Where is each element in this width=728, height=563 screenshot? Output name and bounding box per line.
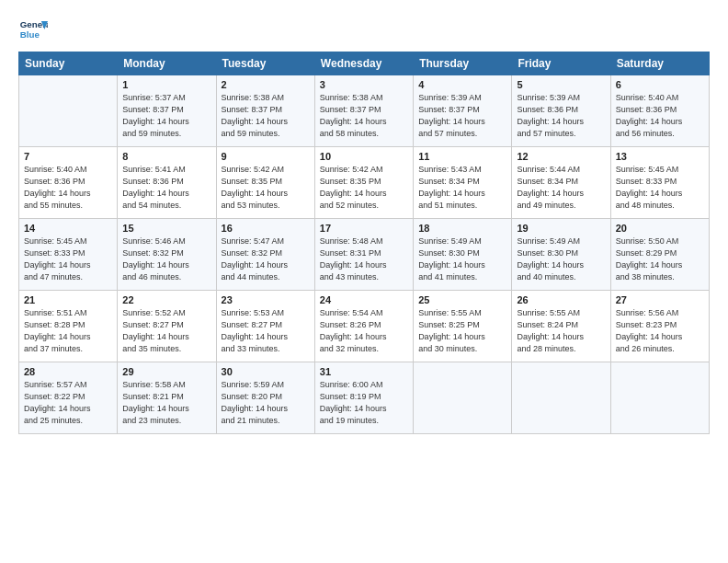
- calendar-cell: 31Sunrise: 6:00 AM Sunset: 8:19 PM Dayli…: [314, 362, 413, 434]
- day-number: 8: [122, 151, 210, 162]
- calendar-cell: 28Sunrise: 5:57 AM Sunset: 8:22 PM Dayli…: [19, 362, 118, 434]
- day-info: Sunrise: 5:57 AM Sunset: 8:22 PM Dayligh…: [24, 379, 112, 427]
- day-number: 7: [24, 151, 112, 162]
- day-number: 25: [418, 294, 506, 305]
- day-number: 4: [418, 79, 506, 90]
- calendar-cell: 27Sunrise: 5:56 AM Sunset: 8:23 PM Dayli…: [610, 291, 709, 362]
- calendar-cell: 3Sunrise: 5:38 AM Sunset: 8:37 PM Daylig…: [314, 75, 413, 147]
- week-row-0: 1Sunrise: 5:37 AM Sunset: 8:37 PM Daylig…: [19, 75, 710, 147]
- day-number: 22: [122, 294, 210, 305]
- day-info: Sunrise: 5:47 AM Sunset: 8:32 PM Dayligh…: [222, 236, 310, 283]
- calendar-cell: [414, 362, 512, 434]
- day-info: Sunrise: 6:00 AM Sunset: 8:19 PM Dayligh…: [320, 379, 408, 427]
- day-number: 3: [320, 79, 408, 90]
- day-number: 20: [616, 223, 704, 234]
- col-header-sunday: Sunday: [19, 52, 118, 75]
- calendar-cell: 23Sunrise: 5:53 AM Sunset: 8:27 PM Dayli…: [216, 291, 314, 362]
- day-number: 31: [320, 366, 408, 377]
- day-info: Sunrise: 5:45 AM Sunset: 8:33 PM Dayligh…: [24, 236, 112, 283]
- page: General Blue SundayMondayTuesdayWednesda…: [0, 0, 728, 443]
- week-row-3: 21Sunrise: 5:51 AM Sunset: 8:28 PM Dayli…: [19, 291, 710, 362]
- calendar-cell: 11Sunrise: 5:43 AM Sunset: 8:34 PM Dayli…: [414, 147, 512, 219]
- day-number: 28: [24, 366, 112, 377]
- day-info: Sunrise: 5:38 AM Sunset: 8:37 PM Dayligh…: [320, 92, 408, 140]
- calendar-table: SundayMondayTuesdayWednesdayThursdayFrid…: [18, 52, 710, 434]
- day-info: Sunrise: 5:48 AM Sunset: 8:31 PM Dayligh…: [320, 236, 408, 283]
- day-info: Sunrise: 5:59 AM Sunset: 8:20 PM Dayligh…: [222, 379, 310, 427]
- calendar-cell: [512, 362, 610, 434]
- day-number: 13: [616, 151, 704, 162]
- day-info: Sunrise: 5:46 AM Sunset: 8:32 PM Dayligh…: [122, 236, 210, 283]
- day-number: 30: [222, 366, 310, 377]
- calendar-cell: 14Sunrise: 5:45 AM Sunset: 8:33 PM Dayli…: [19, 219, 118, 291]
- col-header-friday: Friday: [512, 52, 610, 75]
- day-number: 23: [222, 294, 310, 305]
- day-info: Sunrise: 5:43 AM Sunset: 8:34 PM Dayligh…: [418, 164, 506, 212]
- day-info: Sunrise: 5:53 AM Sunset: 8:27 PM Dayligh…: [222, 307, 310, 355]
- day-number: 6: [616, 79, 704, 90]
- day-info: Sunrise: 5:55 AM Sunset: 8:24 PM Dayligh…: [517, 307, 605, 355]
- day-info: Sunrise: 5:55 AM Sunset: 8:25 PM Dayligh…: [418, 307, 506, 355]
- col-header-saturday: Saturday: [610, 52, 709, 75]
- header-row: SundayMondayTuesdayWednesdayThursdayFrid…: [19, 52, 710, 75]
- calendar-cell: 4Sunrise: 5:39 AM Sunset: 8:37 PM Daylig…: [414, 75, 512, 147]
- calendar-cell: 26Sunrise: 5:55 AM Sunset: 8:24 PM Dayli…: [512, 291, 610, 362]
- day-number: 19: [517, 223, 605, 234]
- day-number: 27: [616, 294, 704, 305]
- day-info: Sunrise: 5:42 AM Sunset: 8:35 PM Dayligh…: [222, 164, 310, 212]
- day-number: 11: [418, 151, 506, 162]
- day-info: Sunrise: 5:50 AM Sunset: 8:29 PM Dayligh…: [616, 236, 704, 283]
- day-number: 17: [320, 223, 408, 234]
- day-number: 21: [24, 294, 112, 305]
- day-info: Sunrise: 5:37 AM Sunset: 8:37 PM Dayligh…: [122, 92, 210, 140]
- calendar-cell: 12Sunrise: 5:44 AM Sunset: 8:34 PM Dayli…: [512, 147, 610, 219]
- week-row-1: 7Sunrise: 5:40 AM Sunset: 8:36 PM Daylig…: [19, 147, 710, 219]
- day-number: 14: [24, 223, 112, 234]
- calendar-cell: 15Sunrise: 5:46 AM Sunset: 8:32 PM Dayli…: [118, 219, 216, 291]
- calendar-cell: [610, 362, 709, 434]
- calendar-cell: 6Sunrise: 5:40 AM Sunset: 8:36 PM Daylig…: [610, 75, 709, 147]
- day-info: Sunrise: 5:41 AM Sunset: 8:36 PM Dayligh…: [122, 164, 210, 212]
- day-info: Sunrise: 5:40 AM Sunset: 8:36 PM Dayligh…: [24, 164, 112, 212]
- calendar-cell: 20Sunrise: 5:50 AM Sunset: 8:29 PM Dayli…: [610, 219, 709, 291]
- day-number: 26: [517, 294, 605, 305]
- day-info: Sunrise: 5:39 AM Sunset: 8:36 PM Dayligh…: [517, 92, 605, 140]
- col-header-monday: Monday: [118, 52, 216, 75]
- calendar-cell: 2Sunrise: 5:38 AM Sunset: 8:37 PM Daylig…: [216, 75, 314, 147]
- calendar-cell: 29Sunrise: 5:58 AM Sunset: 8:21 PM Dayli…: [118, 362, 216, 434]
- col-header-tuesday: Tuesday: [216, 52, 314, 75]
- calendar-cell: 30Sunrise: 5:59 AM Sunset: 8:20 PM Dayli…: [216, 362, 314, 434]
- day-info: Sunrise: 5:49 AM Sunset: 8:30 PM Dayligh…: [418, 236, 506, 283]
- day-number: 24: [320, 294, 408, 305]
- day-number: 2: [222, 79, 310, 90]
- day-number: 15: [122, 223, 210, 234]
- day-number: 5: [517, 79, 605, 90]
- calendar-cell: 19Sunrise: 5:49 AM Sunset: 8:30 PM Dayli…: [512, 219, 610, 291]
- day-info: Sunrise: 5:51 AM Sunset: 8:28 PM Dayligh…: [24, 307, 112, 355]
- day-info: Sunrise: 5:56 AM Sunset: 8:23 PM Dayligh…: [616, 307, 704, 355]
- calendar-cell: 21Sunrise: 5:51 AM Sunset: 8:28 PM Dayli…: [19, 291, 118, 362]
- day-number: 16: [222, 223, 310, 234]
- day-number: 1: [122, 79, 210, 90]
- col-header-wednesday: Wednesday: [314, 52, 413, 75]
- week-row-2: 14Sunrise: 5:45 AM Sunset: 8:33 PM Dayli…: [19, 219, 710, 291]
- day-number: 29: [122, 366, 210, 377]
- day-number: 12: [517, 151, 605, 162]
- day-info: Sunrise: 5:52 AM Sunset: 8:27 PM Dayligh…: [122, 307, 210, 355]
- col-header-thursday: Thursday: [414, 52, 512, 75]
- calendar-cell: 22Sunrise: 5:52 AM Sunset: 8:27 PM Dayli…: [118, 291, 216, 362]
- day-info: Sunrise: 5:45 AM Sunset: 8:33 PM Dayligh…: [616, 164, 704, 212]
- day-info: Sunrise: 5:58 AM Sunset: 8:21 PM Dayligh…: [122, 379, 210, 427]
- calendar-cell: 9Sunrise: 5:42 AM Sunset: 8:35 PM Daylig…: [216, 147, 314, 219]
- day-info: Sunrise: 5:54 AM Sunset: 8:26 PM Dayligh…: [320, 307, 408, 355]
- calendar-cell: [19, 75, 118, 147]
- day-info: Sunrise: 5:42 AM Sunset: 8:35 PM Dayligh…: [320, 164, 408, 212]
- day-info: Sunrise: 5:40 AM Sunset: 8:36 PM Dayligh…: [616, 92, 704, 140]
- logo: General Blue: [18, 15, 51, 44]
- header: General Blue: [18, 15, 710, 44]
- day-info: Sunrise: 5:49 AM Sunset: 8:30 PM Dayligh…: [517, 236, 605, 283]
- day-number: 9: [222, 151, 310, 162]
- day-number: 18: [418, 223, 506, 234]
- day-info: Sunrise: 5:39 AM Sunset: 8:37 PM Dayligh…: [418, 92, 506, 140]
- calendar-cell: 5Sunrise: 5:39 AM Sunset: 8:36 PM Daylig…: [512, 75, 610, 147]
